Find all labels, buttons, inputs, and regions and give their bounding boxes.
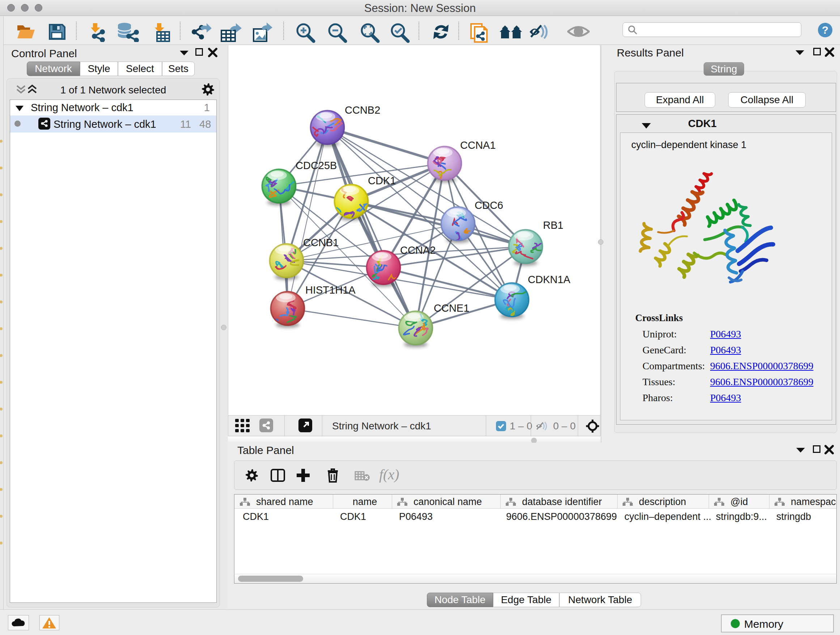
- svg-text:HIST1H1A: HIST1H1A: [305, 284, 355, 296]
- svg-text:CDKN1A: CDKN1A: [528, 274, 570, 285]
- svg-text:RB1: RB1: [543, 219, 563, 231]
- svg-text:CCNA1: CCNA1: [460, 139, 496, 151]
- svg-text:?: ?: [822, 24, 829, 36]
- svg-text:CDK1: CDK1: [368, 175, 396, 187]
- svg-text:CDC6: CDC6: [475, 200, 503, 211]
- svg-text:CCNB1: CCNB1: [303, 237, 339, 249]
- svg-text:CCNE1: CCNE1: [434, 302, 469, 314]
- svg-text:CCNB2: CCNB2: [345, 104, 380, 116]
- svg-text:CCNA2: CCNA2: [400, 244, 436, 256]
- svg-text:CDC25B: CDC25B: [295, 160, 337, 171]
